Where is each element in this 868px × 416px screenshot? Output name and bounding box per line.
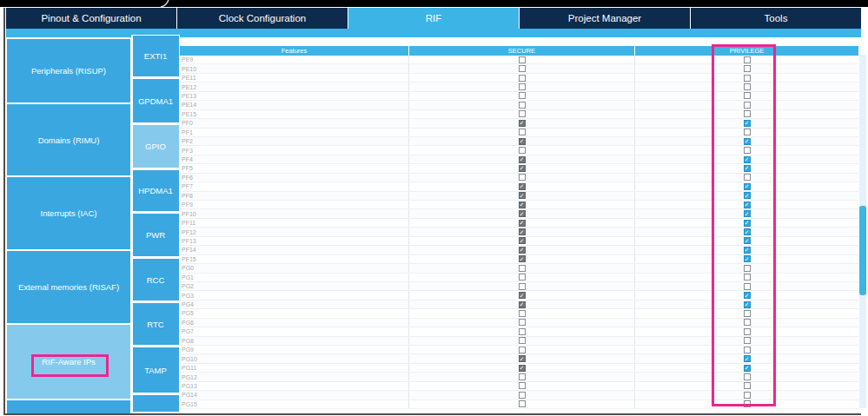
- privilege-checkbox[interactable]: [744, 382, 751, 389]
- sidebar-item-interrupts-iac[interactable]: Interrupts (IAC): [7, 177, 130, 249]
- secure-checkbox[interactable]: [519, 247, 526, 254]
- privilege-checkbox[interactable]: [744, 147, 751, 154]
- privilege-checkbox[interactable]: [744, 75, 751, 82]
- feature-label: PF9: [182, 201, 193, 208]
- privilege-checkbox[interactable]: [744, 110, 751, 117]
- tab-clock-configuration[interactable]: Clock Configuration: [176, 8, 348, 29]
- secure-checkbox[interactable]: [519, 120, 526, 127]
- privilege-checkbox[interactable]: [744, 392, 751, 399]
- secure-checkbox[interactable]: [519, 365, 526, 372]
- sidebar-item-external-memories-risaf[interactable]: External memories (RISAF): [7, 251, 130, 323]
- privilege-checkbox[interactable]: [744, 165, 751, 172]
- privilege-checkbox[interactable]: [744, 120, 751, 127]
- secure-checkbox[interactable]: [519, 92, 526, 99]
- privilege-checkbox[interactable]: [744, 265, 751, 272]
- secure-checkbox[interactable]: [519, 347, 526, 353]
- secure-checkbox[interactable]: [519, 237, 526, 244]
- table-row: PG12: [180, 373, 858, 381]
- peripheral-item-exti1[interactable]: EXTI1: [131, 35, 180, 77]
- privilege-checkbox[interactable]: [744, 328, 751, 335]
- privilege-checkbox[interactable]: [744, 220, 751, 227]
- secure-checkbox[interactable]: [519, 65, 526, 72]
- tab-tools[interactable]: Tools: [690, 8, 861, 29]
- peripheral-item-tamp[interactable]: TAMP: [131, 347, 180, 393]
- privilege-checkbox[interactable]: [744, 129, 751, 135]
- privilege-checkbox[interactable]: [744, 83, 751, 90]
- sidebar-item-peripherals-risup[interactable]: Peripherals (RISUP): [7, 39, 130, 102]
- privilege-checkbox[interactable]: [744, 183, 751, 190]
- secure-checkbox[interactable]: [519, 174, 526, 181]
- secure-checkbox[interactable]: [519, 75, 526, 82]
- peripheral-item-gpio[interactable]: GPIO: [131, 124, 180, 168]
- secure-checkbox[interactable]: [519, 192, 526, 199]
- secure-checkbox[interactable]: [519, 392, 526, 399]
- privilege-checkbox[interactable]: [744, 337, 751, 344]
- privilege-checkbox[interactable]: [744, 283, 751, 290]
- secure-checkbox[interactable]: [519, 183, 526, 190]
- privilege-checkbox[interactable]: [744, 192, 751, 199]
- privilege-checkbox[interactable]: [744, 373, 751, 380]
- sidebar-item-rif-aware-ips[interactable]: RIF-Aware IPs: [7, 325, 130, 399]
- tab-project-manager[interactable]: Project Manager: [519, 8, 690, 29]
- privilege-checkbox[interactable]: [744, 292, 751, 299]
- secure-checkbox[interactable]: [519, 283, 526, 290]
- secure-checkbox[interactable]: [519, 310, 526, 317]
- peripheral-item-pwr[interactable]: PWR: [131, 213, 180, 257]
- privilege-checkbox[interactable]: [744, 92, 751, 99]
- privilege-checkbox[interactable]: [744, 347, 751, 353]
- secure-checkbox[interactable]: [519, 301, 526, 308]
- tab-rif[interactable]: RIF: [348, 8, 519, 29]
- privilege-checkbox[interactable]: [744, 228, 751, 235]
- privilege-checkbox[interactable]: [744, 174, 751, 181]
- secure-checkbox[interactable]: [519, 129, 526, 135]
- secure-checkbox[interactable]: [519, 337, 526, 344]
- privilege-checkbox[interactable]: [744, 138, 751, 145]
- secure-checkbox[interactable]: [519, 156, 526, 163]
- secure-checkbox[interactable]: [519, 165, 526, 172]
- secure-checkbox[interactable]: [519, 147, 526, 154]
- peripheral-item-rtc[interactable]: RTC: [131, 302, 180, 346]
- secure-checkbox[interactable]: [519, 274, 526, 281]
- privilege-checkbox[interactable]: [744, 247, 751, 254]
- secure-checkbox[interactable]: [519, 110, 526, 117]
- secure-checkbox[interactable]: [519, 319, 526, 326]
- secure-checkbox[interactable]: [519, 265, 526, 272]
- secure-checkbox[interactable]: [519, 355, 526, 362]
- secure-checkbox[interactable]: [519, 56, 526, 63]
- privilege-checkbox[interactable]: [744, 210, 751, 217]
- secure-checkbox[interactable]: [519, 220, 526, 227]
- privilege-checkbox[interactable]: [744, 237, 751, 244]
- secure-checkbox[interactable]: [519, 292, 526, 299]
- secure-checkbox[interactable]: [519, 400, 526, 407]
- peripheral-item-hpdma1[interactable]: HPDMA1: [131, 169, 180, 212]
- secure-checkbox[interactable]: [519, 210, 526, 217]
- secure-checkbox[interactable]: [519, 382, 526, 389]
- vertical-scrollbar-thumb[interactable]: [859, 206, 866, 295]
- secure-checkbox[interactable]: [519, 328, 526, 335]
- privilege-checkbox[interactable]: [744, 56, 751, 63]
- privilege-checkbox[interactable]: [744, 365, 751, 372]
- privilege-checkbox[interactable]: [744, 65, 751, 72]
- secure-checkbox[interactable]: [519, 373, 526, 380]
- privilege-checkbox[interactable]: [744, 156, 751, 163]
- privilege-checkbox[interactable]: [744, 255, 751, 262]
- privilege-checkbox[interactable]: [744, 400, 751, 407]
- peripheral-item-gpdma1[interactable]: GPDMA1: [131, 78, 180, 123]
- peripheral-item-rcc[interactable]: RCC: [131, 258, 180, 301]
- secure-checkbox[interactable]: [519, 201, 526, 208]
- secure-checkbox[interactable]: [519, 83, 526, 90]
- tab-pinout-configuration[interactable]: Pinout & Configuration: [6, 8, 176, 29]
- privilege-checkbox[interactable]: [744, 274, 751, 281]
- secure-checkbox[interactable]: [519, 138, 526, 145]
- sidebar-item-domains-rimu[interactable]: Domains (RIMU): [7, 104, 130, 175]
- secure-checkbox[interactable]: [519, 102, 526, 109]
- privilege-checkbox[interactable]: [744, 301, 751, 308]
- privilege-checkbox[interactable]: [744, 201, 751, 208]
- privilege-checkbox[interactable]: [744, 355, 751, 362]
- vertical-scrollbar-track[interactable]: [859, 55, 866, 408]
- privilege-checkbox[interactable]: [744, 102, 751, 109]
- privilege-checkbox[interactable]: [744, 310, 751, 317]
- secure-checkbox[interactable]: [519, 255, 526, 262]
- secure-checkbox[interactable]: [519, 228, 526, 235]
- privilege-checkbox[interactable]: [744, 319, 751, 326]
